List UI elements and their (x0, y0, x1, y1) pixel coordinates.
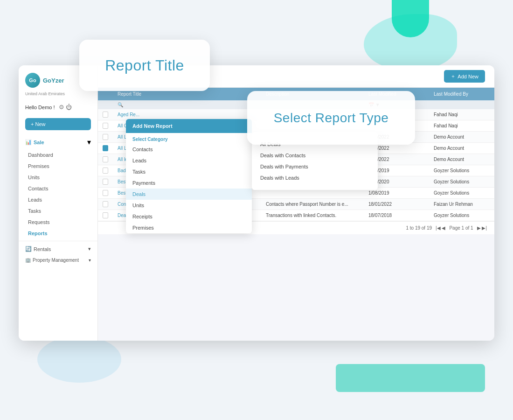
sidebar-hello-icons: ⚙ ⏻ (59, 104, 72, 111)
col-checkbox (98, 91, 113, 97)
row-checkbox[interactable] (98, 112, 113, 118)
row-description: Transactions with linked Contacts. (261, 212, 364, 218)
checkbox[interactable] (103, 201, 108, 207)
checkbox[interactable] (103, 123, 108, 129)
row-checkbox[interactable] (98, 212, 113, 218)
row-description (261, 190, 364, 196)
new-button[interactable]: + New (25, 118, 91, 130)
row-modifier: Goyzer Solutions (429, 168, 494, 174)
tooltip-select-report-text: Select Report Type (274, 111, 389, 126)
row-modified: 1/08/2019 (364, 190, 429, 196)
sidebar-hello: Hello Demo ! ⚙ ⏻ (19, 101, 97, 113)
tooltip-report-title-text: Report Title (105, 57, 184, 74)
sidebar-item-tasks[interactable]: Tasks (19, 205, 97, 217)
row-modifier: Goyzer Solutions (429, 179, 494, 185)
sidebar-country: United Arab Emirates (19, 91, 97, 101)
dropdown-section-label: Select Category (126, 133, 252, 144)
report-type-item[interactable]: Deals with Payments (252, 161, 378, 172)
dropdown-item[interactable]: Deals (126, 189, 252, 200)
chevron-icon: ▾ (87, 138, 91, 147)
row-modifier: Demo Account (429, 145, 494, 151)
row-modified: 18/07/2018 (364, 212, 429, 218)
row-checkbox[interactable] (98, 123, 113, 129)
checkbox[interactable] (103, 190, 108, 196)
sub-title-filter[interactable]: 🔍 (113, 102, 261, 107)
report-type-item[interactable]: Deals with Leads (252, 172, 378, 183)
sidebar-item-dashboard[interactable]: Dashboard (19, 149, 97, 161)
row-checkbox[interactable] (98, 156, 113, 162)
sidebar: Go GoYzer United Arab Emirates Hello Dem… (19, 65, 98, 341)
sidebar-separator (19, 241, 97, 241)
page-info: Page 1 of 1 (449, 225, 473, 231)
checkbox[interactable] (103, 212, 108, 218)
dropdown-item[interactable]: Contacts (126, 144, 252, 155)
dropdown-items: ContactsLeadsTasksPaymentsDealsUnitsRece… (126, 144, 252, 233)
row-modifier: Fahad Naqi (429, 112, 494, 118)
logo-icon: Go (25, 73, 40, 88)
sidebar-item-reports[interactable]: Reports (19, 228, 97, 239)
sidebar-item-contacts[interactable]: Contacts (19, 183, 97, 194)
dropdown-item[interactable]: Units (126, 200, 252, 211)
plus-icon: ＋ (451, 73, 456, 80)
checkbox[interactable] (103, 179, 108, 185)
sub-modifier-filter[interactable] (429, 102, 494, 107)
row-modifier: Goyzer Solutions (429, 190, 494, 196)
pagination-next[interactable]: ▶ ▶| (477, 225, 487, 231)
tooltip-select-report: Select Report Type (247, 91, 415, 145)
sidebar-item-requests[interactable]: Requests (19, 217, 97, 228)
row-checkbox[interactable] (98, 190, 113, 196)
add-report-dropdown: Add New Report Select Category ContactsL… (126, 119, 252, 233)
report-type-items: All DealsDeals with ContactsDeals with P… (252, 139, 378, 183)
add-new-button[interactable]: ＋ Add New (444, 70, 485, 83)
row-checkbox[interactable] (98, 134, 113, 140)
col-modifier: Last Modified By (429, 91, 494, 97)
decorative-blob-teal2 (392, 0, 429, 37)
decorative-blob-blue (37, 336, 121, 383)
row-modifier: Faizan Ur Rehman (429, 201, 494, 207)
sidebar-section-label: 📊 Sale (25, 139, 44, 145)
pagination-info: 1 to 19 of 19 (406, 225, 432, 231)
sidebar-property-management[interactable]: 🏢 Property Management ▾ (19, 255, 97, 266)
checkbox[interactable] (103, 156, 108, 162)
row-description: Contacts where Passport Number is e... (261, 201, 364, 207)
sub-checkbox (98, 102, 113, 107)
row-checkbox[interactable] (98, 145, 113, 151)
dropdown-item[interactable]: Receipts (126, 211, 252, 222)
pagination-controls: |◀ ◀ (436, 225, 445, 231)
row-modifier: Demo Account (429, 156, 494, 162)
row-modified: 18/01/2022 (364, 201, 429, 207)
checkbox[interactable] (103, 168, 108, 174)
property-chevron: ▾ (89, 258, 91, 263)
row-modifier: Demo Account (429, 134, 494, 140)
decorative-blob-teal3 (336, 364, 485, 392)
sidebar-item-premises[interactable]: Premises (19, 161, 97, 172)
dropdown-item[interactable]: Tasks (126, 166, 252, 177)
row-title[interactable]: Aged Re... (113, 112, 261, 118)
report-type-item[interactable]: Deals with Contacts (252, 150, 378, 161)
dropdown-header: Add New Report (126, 119, 252, 133)
row-checkbox[interactable] (98, 201, 113, 207)
sidebar-rentals[interactable]: 🔄 Rentals ▾ (19, 243, 97, 255)
rentals-icon: 🔄 (25, 246, 32, 252)
col-title: Report Title (113, 91, 261, 97)
row-modifier: Fahad Naqi (429, 123, 494, 129)
row-checkbox[interactable] (98, 179, 113, 185)
logo-text: GoYzer (43, 77, 64, 84)
checkbox[interactable] (103, 134, 108, 140)
checkbox[interactable] (103, 145, 108, 151)
dropdown-item[interactable]: Payments (126, 177, 252, 189)
dropdown-item[interactable]: Premises (126, 222, 252, 233)
row-checkbox[interactable] (98, 168, 113, 174)
hello-text: Hello Demo ! (25, 105, 55, 110)
property-icon: 🏢 (25, 258, 31, 263)
chart-icon: 📊 (25, 139, 32, 145)
checkbox[interactable] (103, 112, 108, 118)
dropdown-item[interactable]: Leads (126, 155, 252, 166)
sidebar-item-leads[interactable]: Leads (19, 194, 97, 205)
rentals-chevron: ▾ (88, 246, 91, 252)
row-modifier: Goyzer Solutions (429, 212, 494, 218)
tooltip-report-title: Report Title (79, 40, 210, 91)
sidebar-item-units[interactable]: Units (19, 172, 97, 183)
sidebar-sale-section: 📊 Sale ▾ (19, 135, 97, 149)
